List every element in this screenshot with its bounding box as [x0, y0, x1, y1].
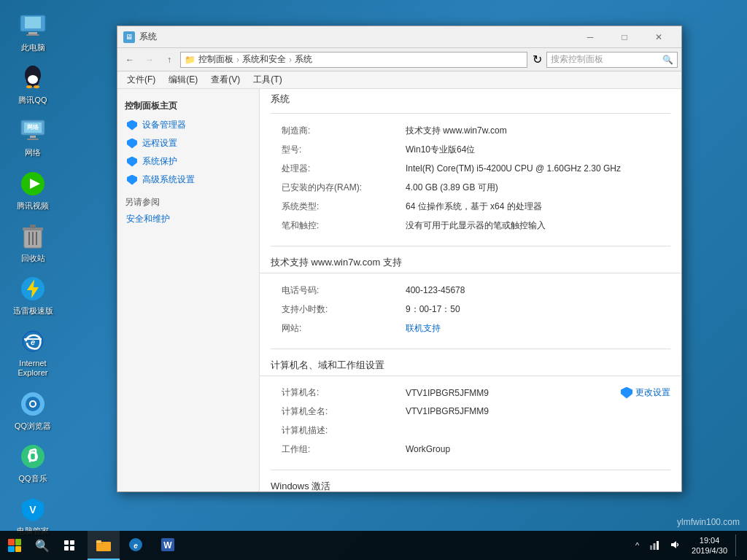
menu-tools[interactable]: 工具(T): [247, 72, 287, 88]
desktop-icon-tencent-qq[interactable]: 腾讯QQ: [7, 60, 58, 109]
divider-1: [271, 113, 670, 114]
window-titlebar: 🖥 系统 ─ □ ✕: [117, 26, 681, 48]
sidebar-advanced-settings[interactable]: 高级系统设置: [117, 171, 259, 189]
svg-rect-36: [64, 540, 69, 545]
clock-date: 2019/4/30: [692, 545, 727, 556]
desktop-icon-thunder[interactable]: 迅雷极速版: [7, 271, 58, 319]
desktop-icon-qq-music[interactable]: QQ音乐: [7, 438, 58, 487]
svg-rect-42: [96, 540, 101, 543]
desktop-icon-this-pc[interactable]: 此电脑: [7, 7, 58, 56]
network-label: 网络: [25, 148, 41, 158]
desktop-icon-qq-browser[interactable]: QQ浏览器: [7, 386, 58, 435]
pen-touch-value: 没有可用于此显示器的笔或触控输入: [406, 219, 670, 232]
svg-rect-39: [70, 546, 74, 551]
info-row-pen-touch: 笔和触控: 没有可用于此显示器的笔或触控输入: [282, 216, 670, 235]
sidebar-security-maintenance[interactable]: 安全和维护: [117, 211, 259, 228]
info-row-workgroup: 工作组: WorkGroup: [282, 440, 670, 459]
svg-text:V: V: [29, 504, 36, 516]
sidebar-system-protection[interactable]: 系统保护: [117, 152, 259, 171]
svg-rect-1: [25, 17, 41, 28]
maximize-button[interactable]: □: [608, 26, 641, 48]
taskbar-task-view[interactable]: [55, 531, 84, 560]
change-settings-icon: [621, 387, 632, 399]
full-name-label: 计算机全名:: [282, 405, 406, 418]
desktop-icon-recycle-bin[interactable]: 回收站: [7, 218, 58, 267]
sidebar-main-title: 控制面板主页: [117, 96, 259, 116]
website-link[interactable]: 联机支持: [406, 322, 670, 335]
window-app-icon: 🖥: [123, 31, 135, 43]
manufacturer-value: 技术支持 www.win7w.com: [406, 124, 670, 137]
refresh-button[interactable]: ↻: [530, 52, 544, 66]
desktop-icon-tencent-video[interactable]: 腾讯视频: [7, 166, 58, 214]
recycle-bin-icon: [18, 222, 47, 251]
taskbar-ie[interactable]: e: [120, 531, 152, 560]
window-controls: ─ □ ✕: [573, 26, 676, 48]
divider-2: [271, 246, 670, 246]
start-button[interactable]: [0, 531, 29, 560]
svg-rect-14: [27, 139, 39, 140]
security-maintenance-label: 安全和维护: [126, 213, 170, 225]
ram-label: 已安装的内存(RAM):: [282, 181, 406, 194]
support-section-header: 技术支持 www.win7w.com 支持: [260, 250, 681, 273]
search-icon: 🔍: [662, 55, 673, 65]
up-button[interactable]: ↑: [160, 51, 178, 69]
back-button[interactable]: ←: [121, 51, 139, 69]
website-label: 网站:: [282, 322, 406, 335]
watermark-text: ylmfwin100.com: [677, 517, 740, 527]
menu-view[interactable]: 查看(V): [205, 72, 246, 88]
phone-label: 电话号码:: [282, 284, 406, 297]
taskbar-file-explorer[interactable]: [88, 531, 120, 560]
full-name-value: VTV1IPBGR5JFMM9: [406, 405, 670, 418]
desktop-watermark: ylmfwin100.com: [677, 517, 740, 527]
activation-section-header: Windows 激活: [260, 474, 681, 491]
minimize-button[interactable]: ─: [573, 26, 607, 48]
sidebar-remote-settings[interactable]: 远程设置: [117, 134, 259, 152]
taskbar-word[interactable]: W: [152, 531, 184, 560]
thunder-icon: [18, 274, 47, 303]
svg-point-9: [26, 85, 32, 88]
ram-value: 4.00 GB (3.89 GB 可用): [406, 181, 670, 194]
info-row-website: 网站: 联机支持: [282, 319, 670, 338]
advanced-settings-icon: [126, 174, 138, 186]
breadcrumb[interactable]: 📁 控制面板 › 系统和安全 › 系统: [180, 52, 527, 68]
tray-volume[interactable]: [666, 540, 684, 551]
tray-show-hidden[interactable]: ^: [632, 541, 643, 550]
network-icon: 网络: [18, 116, 47, 145]
sidebar-sub-title: 另请参阅: [117, 189, 259, 211]
taskbar-tray: ^ 19:04 2019/4/30: [632, 534, 747, 556]
taskbar-apps: e W: [84, 531, 632, 560]
svg-rect-2: [28, 32, 37, 34]
svg-text:W: W: [163, 540, 172, 551]
phone-value: 400-123-45678: [406, 284, 670, 297]
model-label: 型号:: [282, 143, 406, 156]
remote-settings-label: 远程设置: [142, 137, 177, 149]
taskbar-search-button[interactable]: 🔍: [29, 531, 55, 560]
forward-button[interactable]: →: [141, 51, 158, 69]
desktop-icon-network[interactable]: 网络 网络: [7, 112, 58, 161]
search-box[interactable]: 搜索控制面板 🔍: [546, 52, 678, 68]
svg-rect-38: [64, 546, 69, 551]
search-placeholder: 搜索控制面板: [551, 53, 603, 66]
info-row-ram: 已安装的内存(RAM): 4.00 GB (3.89 GB 可用): [282, 178, 670, 197]
menu-edit[interactable]: 编辑(E): [163, 72, 204, 88]
info-row-hours: 支持小时数: 9：00-17：50: [282, 300, 670, 319]
sidebar-device-manager[interactable]: 设备管理器: [117, 116, 259, 134]
show-desktop-button[interactable]: [735, 534, 743, 556]
tray-network[interactable]: [645, 540, 664, 551]
tencent-video-icon: [18, 169, 47, 198]
desktop-icon-ie[interactable]: e Internet Explorer: [7, 323, 58, 381]
tray-clock[interactable]: 19:04 2019/4/30: [686, 535, 733, 556]
sidebar: 控制面板主页 设备管理器 远程设置: [117, 89, 260, 491]
thunder-label: 迅雷极速版: [13, 306, 53, 316]
device-manager-icon: [126, 120, 138, 131]
svg-rect-3: [26, 34, 39, 36]
info-row-computer-name: 计算机名: VTV1IPBGR5JFMM9 更改设置: [282, 384, 670, 402]
processor-label: 处理器:: [282, 162, 406, 175]
system-type-label: 系统类型:: [282, 200, 406, 213]
breadcrumb-path: 控制面板: [198, 53, 233, 66]
pen-touch-label: 笔和触控:: [282, 219, 406, 232]
menu-file[interactable]: 文件(F): [121, 72, 161, 88]
close-button[interactable]: ✕: [642, 26, 676, 48]
change-settings-button[interactable]: 更改设置: [621, 386, 670, 399]
computer-name-section-header: 计算机名、域和工作组设置: [260, 353, 681, 376]
